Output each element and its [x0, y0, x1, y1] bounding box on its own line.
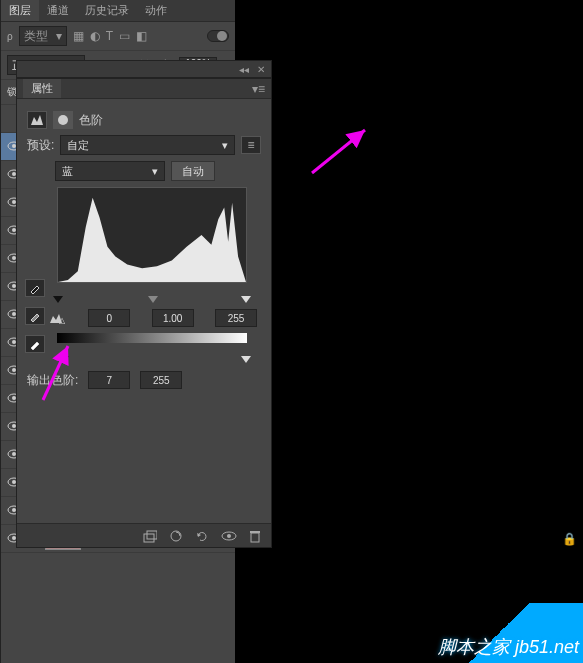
filter-shape-icon[interactable]: ▭: [119, 29, 130, 43]
chevron-down-icon: ▾: [152, 165, 158, 178]
output-label: 输出色阶:: [27, 372, 78, 389]
svg-rect-2: [144, 534, 154, 542]
filter-select[interactable]: 类型▾: [19, 26, 67, 46]
output-black-handle[interactable]: [59, 356, 69, 363]
properties-tab[interactable]: 属性: [23, 79, 61, 98]
output-black-field[interactable]: 7: [88, 371, 130, 389]
input-white-field[interactable]: 255: [215, 309, 257, 327]
filter-type-icon[interactable]: T: [106, 29, 113, 43]
filter-pixel-icon[interactable]: ▦: [73, 29, 84, 43]
black-eyedropper-icon[interactable]: [25, 279, 45, 297]
annotation-arrow: [310, 125, 370, 175]
input-black-field[interactable]: 0: [88, 309, 130, 327]
filter-smart-icon[interactable]: ◧: [136, 29, 147, 43]
properties-panel: 属性 ▾≡ 色阶 预设: 自定▾ ≡ 蓝▾ 自动: [16, 78, 272, 548]
svg-text:△: △: [59, 316, 65, 324]
input-mid-field[interactable]: 1.00: [152, 309, 194, 327]
properties-footer: [17, 523, 271, 547]
mask-icon[interactable]: [53, 111, 73, 129]
histogram: [57, 187, 247, 283]
svg-rect-3: [147, 531, 157, 539]
tab-actions[interactable]: 动作: [137, 0, 175, 21]
tab-layers[interactable]: 图层: [1, 0, 39, 21]
eyedroppers: [25, 279, 45, 353]
collapse-icon[interactable]: ◂◂: [239, 64, 249, 75]
visibility-icon[interactable]: [221, 529, 237, 543]
input-white-handle[interactable]: [241, 296, 251, 303]
input-black-handle[interactable]: [53, 296, 63, 303]
previous-icon[interactable]: [169, 529, 183, 543]
lock-icon: 🔒: [562, 532, 577, 546]
svg-rect-7: [251, 533, 259, 542]
white-eyedropper-icon[interactable]: [25, 335, 45, 353]
output-gradient: [57, 333, 247, 343]
channel-select[interactable]: 蓝▾: [55, 161, 165, 181]
filter-row: ρ 类型▾ ▦ ◐ T ▭ ◧: [1, 22, 235, 51]
reset-icon[interactable]: [195, 529, 209, 543]
preset-label: 预设:: [27, 137, 54, 154]
svg-point-0: [58, 115, 68, 125]
preset-select[interactable]: 自定▾: [60, 135, 235, 155]
gray-eyedropper-icon[interactable]: [25, 307, 45, 325]
input-slider[interactable]: [57, 287, 247, 297]
filter-toggle[interactable]: [207, 30, 229, 42]
svg-point-6: [227, 534, 231, 538]
properties-grip[interactable]: ◂◂ ✕: [16, 60, 272, 78]
output-white-field[interactable]: 255: [140, 371, 182, 389]
levels-icon: [27, 111, 47, 129]
adjustment-title: 色阶: [79, 112, 103, 129]
trash-icon[interactable]: [249, 529, 261, 543]
auto-button[interactable]: 自动: [171, 161, 215, 181]
levels-warning-icon: △: [47, 309, 67, 327]
preset-menu-icon[interactable]: ≡: [241, 136, 261, 154]
tab-channels[interactable]: 通道: [39, 0, 77, 21]
output-slider[interactable]: [57, 347, 247, 357]
svg-rect-8: [250, 531, 260, 533]
close-icon[interactable]: ✕: [257, 64, 265, 75]
filter-adjust-icon[interactable]: ◐: [90, 29, 100, 43]
panel-menu-icon[interactable]: ▾≡: [252, 82, 265, 96]
chevron-down-icon: ▾: [222, 139, 228, 152]
clip-icon[interactable]: [143, 529, 157, 543]
tab-history[interactable]: 历史记录: [77, 0, 137, 21]
watermark: 脚本之家 jb51.net: [438, 635, 579, 659]
properties-titlebar: 属性 ▾≡: [17, 79, 271, 99]
layers-tabs: 图层 通道 历史记录 动作: [1, 0, 235, 22]
output-white-handle[interactable]: [241, 356, 251, 363]
input-mid-handle[interactable]: [148, 296, 158, 303]
svg-line-45: [312, 130, 365, 173]
